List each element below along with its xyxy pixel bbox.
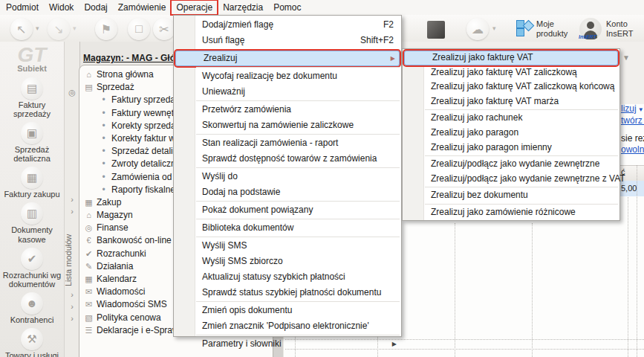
- filter-link-fragment[interactable]: owolna: [621, 144, 644, 155]
- zrealizuj-link-fragment[interactable]: lizuj▼: [621, 103, 644, 114]
- sidebar-item-towary-i-usługi[interactable]: ⚒Towary i usługi: [1, 328, 63, 357]
- menu-item-zrealizuj-jako-zamówienie-różnicowe[interactable]: Zrealizuj jako zamówienie różnicowe: [403, 205, 619, 220]
- chevron-icon[interactable]: ›: [65, 302, 79, 311]
- menu-item-label: Wycofaj realizację bez dokumentu: [202, 68, 337, 84]
- submenu-arrow-icon: ▶: [392, 336, 397, 352]
- menu-item-wyślij-sms[interactable]: Wyślij SMS: [174, 238, 401, 254]
- menu-item-sprawdź-dostępność-towarów-z-zamówienia[interactable]: Sprawdź dostępność towarów z zamówienia: [174, 151, 401, 167]
- sidebar-item-faktury-sprzedaży[interactable]: ▤Faktury sprzedaży: [1, 77, 63, 118]
- sidebar-item-label: Sprzedaż detaliczna: [1, 145, 63, 163]
- menu-item-zrealizuj-jako-paragon-imienny[interactable]: Zrealizuj jako paragon imienny: [403, 141, 619, 155]
- menu-item-label: Pokaż dokument powiązany: [202, 202, 313, 218]
- moje-produkty-button[interactable]: Moje produkty: [536, 19, 575, 38]
- menu-item-stan-realizacji-zamówienia-raport[interactable]: Stan realizacji zamówienia - raport: [174, 135, 401, 151]
- modules-strip[interactable]: ◎ › › › › ›: [64, 42, 80, 357]
- forward-arrow-icon: ↘: [53, 22, 63, 36]
- menu-item-dodaj-na-podstawie[interactable]: Dodaj na podstawie: [174, 184, 401, 200]
- menu-item-label: Wyślij SMS: [202, 238, 247, 254]
- menu-item-label: Zrealizuj jako paragon: [431, 126, 518, 141]
- menu-item-skonwertuj-na-zamówienie-zaliczkowe[interactable]: Skonwertuj na zamówienie zaliczkowe: [174, 118, 401, 133]
- bullet-icon: •: [99, 132, 108, 145]
- sidebar-item-faktury-zakupu[interactable]: ▦Faktury zakupu: [1, 167, 63, 199]
- cut-document-button[interactable]: ✂: [153, 18, 175, 40]
- cloud-button[interactable]: ☁: [466, 18, 489, 40]
- sidebar-item-label: Kontrahenci: [10, 315, 54, 324]
- back-arrow-button[interactable]: ↖: [10, 18, 33, 40]
- cube-icon[interactable]: [427, 21, 445, 39]
- chevron-icon[interactable]: ›: [65, 195, 79, 204]
- disabled-dropdown-caret-icon: ▼: [622, 54, 630, 62]
- menu-item-biblioteka-dokumentów[interactable]: Biblioteka dokumentów: [174, 220, 401, 236]
- menu-item-zmień-znacznik-podpisano-elektronicznie[interactable]: Zmień znacznik 'Podpisano elektronicznie…: [174, 318, 401, 334]
- menu-item-label: Skonwertuj na zamówienie zaliczkowe: [202, 118, 354, 133]
- menu-item-zrealizuj-jako-paragon[interactable]: Zrealizuj jako paragon: [403, 126, 619, 141]
- sidebar-item-kontrahenci[interactable]: ☻Kontrahenci: [1, 292, 63, 324]
- forward-arrow-button[interactable]: ↘: [48, 18, 70, 40]
- new-document-button[interactable]: □: [128, 18, 150, 40]
- menu-item-label: Parametry i słowniki: [202, 336, 282, 352]
- menu-item-label: Sprawdź dostępność towarów z zamówienia: [202, 151, 377, 167]
- back-dropdown-caret-icon[interactable]: ▾: [36, 25, 39, 32]
- menu-item-zrealizuj-jako-fakturę-vat-zaliczkową-końcową[interactable]: Zrealizuj jako fakturę VAT zaliczkową ko…: [403, 80, 619, 94]
- tree-item-label: Raporty fiskalne: [111, 184, 175, 196]
- chevron-icon[interactable]: ›: [65, 314, 79, 323]
- menu-item-zmień-opis-dokumentu[interactable]: Zmień opis dokumentu: [174, 303, 401, 318]
- tree-item-label: Zwroty detaliczne: [111, 158, 180, 170]
- menu-item-zrealizuj-jako-fakturę-vat[interactable]: Zrealizuj jako fakturę VAT: [404, 51, 618, 65]
- tree-item-label: Magazyn: [97, 209, 133, 222]
- menu-item-label: Zrealizuj jako rachunek: [431, 111, 522, 126]
- modules-strip-label: Lista modułów: [64, 219, 79, 301]
- sidebar-item-rozrachunki-wg-dokumentów[interactable]: ✔Rozrachunki wg dokumentów: [1, 248, 63, 289]
- menu-item-label: Usuń flagę: [202, 33, 244, 48]
- menu-item-zrealizuj-podłącz-jako-wydanie-zewnętrzne[interactable]: Zrealizuj/podłącz jako wydanie zewnętrzn…: [403, 157, 619, 172]
- menubar-item-zamówienie[interactable]: Zamówienie: [113, 0, 172, 15]
- menu-item-sprawdź-status-szybkiej-płatności-dokumentu[interactable]: Sprawdź status szybkiej płatności dokume…: [174, 285, 401, 300]
- menu-item-usuń-flagę[interactable]: Usuń flagęShift+F2: [174, 33, 401, 48]
- menu-item-label: Dodaj na podstawie: [202, 184, 280, 200]
- pin-icon[interactable]: ◎: [65, 88, 79, 97]
- tree-item-icon: ☰: [84, 324, 94, 337]
- flag-button[interactable]: ⚑: [95, 18, 117, 40]
- menu-item-zrealizuj-jako-rachunek[interactable]: Zrealizuj jako rachunek: [403, 111, 619, 126]
- konto-insert-button[interactable]: Konto InsERT: [606, 19, 640, 38]
- menu-item-wycofaj-realizację-bez-dokumentu[interactable]: Wycofaj realizację bez dokumentu: [174, 68, 401, 84]
- menubar-item-podmiot[interactable]: Podmiot: [1, 0, 44, 15]
- chevron-icon[interactable]: ›: [65, 207, 79, 216]
- menu-item-zrealizuj[interactable]: Zrealizuj▶: [175, 51, 400, 66]
- menu-item-zrealizuj-jako-fakturę-vat-zaliczkową[interactable]: Zrealizuj jako fakturę VAT zaliczkową: [403, 65, 619, 80]
- menubar-item-widok[interactable]: Widok: [44, 0, 79, 15]
- menubar-item-narzędzia[interactable]: Narzędzia: [218, 0, 268, 15]
- menu-item-wyślij-sms-zbiorczo[interactable]: Wyślij SMS zbiorczo: [174, 254, 401, 269]
- table-column-line: [455, 223, 455, 357]
- menu-item-przetwórz-zamówienia[interactable]: Przetwórz zamówienia: [174, 102, 401, 118]
- sidebar-item-dokumenty-kasowe[interactable]: ▥Dokumenty kasowe: [1, 202, 63, 243]
- menu-item-label: Wyślij do: [202, 169, 238, 184]
- tree-item-icon: ✉: [84, 286, 94, 298]
- person-icon: [587, 22, 594, 29]
- przetworz-link-fragment[interactable]: twórz z: [621, 115, 644, 126]
- insert-badge: InsERT: [579, 34, 596, 39]
- tree-item-icon: ▤: [84, 81, 94, 94]
- menu-item-zrealizuj-podłącz-jako-wydanie-zewnętrzne-z-vat[interactable]: Zrealizuj/podłącz jako wydanie zewnętrzn…: [403, 172, 619, 187]
- menubar-item-dodaj[interactable]: Dodaj: [79, 0, 112, 15]
- menu-item-aktualizuj-statusy-szybkich-płatności[interactable]: Aktualizuj statusy szybkich płatności: [174, 269, 401, 285]
- menu-item-pokaż-dokument-powiązany[interactable]: Pokaż dokument powiązany: [174, 202, 401, 218]
- menu-item-parametry-i-słowniki[interactable]: Parametry i słowniki▶: [174, 336, 401, 352]
- menubar-item-operacje[interactable]: Operacje: [171, 0, 218, 15]
- sidebar-item-label: Towary i usługi: [5, 351, 59, 357]
- menu-item-zrealizuj-jako-fakturę-vat-marża[interactable]: Zrealizuj jako fakturę VAT marża: [403, 94, 619, 109]
- menu-item-dodaj-zmień-flagę[interactable]: Dodaj/zmień flagęF2: [174, 17, 401, 33]
- forward-dropdown-caret-icon[interactable]: ▾: [73, 25, 77, 32]
- tree-item-label: Działania: [97, 260, 133, 273]
- app-name: Subiekt: [17, 64, 47, 73]
- menu-item-unieważnij[interactable]: Unieważnij: [174, 84, 401, 100]
- menu-item-wyślij-do[interactable]: Wyślij do: [174, 169, 401, 184]
- menubar-item-pomoc[interactable]: Pomoc: [268, 0, 306, 15]
- menu-item-label: Zrealizuj jako fakturę VAT zaliczkową ko…: [431, 80, 614, 94]
- menu-item-zrealizuj-bez-dokumentu[interactable]: Zrealizuj bez dokumentu: [403, 188, 619, 203]
- cloud-dropdown-caret-icon[interactable]: ▾: [492, 25, 496, 32]
- back-arrow-icon: ↖: [16, 22, 26, 36]
- sidebar-item-label: Rozrachunki wg dokumentów: [1, 271, 63, 289]
- moje-produkty-icon[interactable]: [516, 20, 533, 36]
- sidebar-item-sprzedaż-detaliczna[interactable]: ▣Sprzedaż detaliczna: [1, 122, 63, 163]
